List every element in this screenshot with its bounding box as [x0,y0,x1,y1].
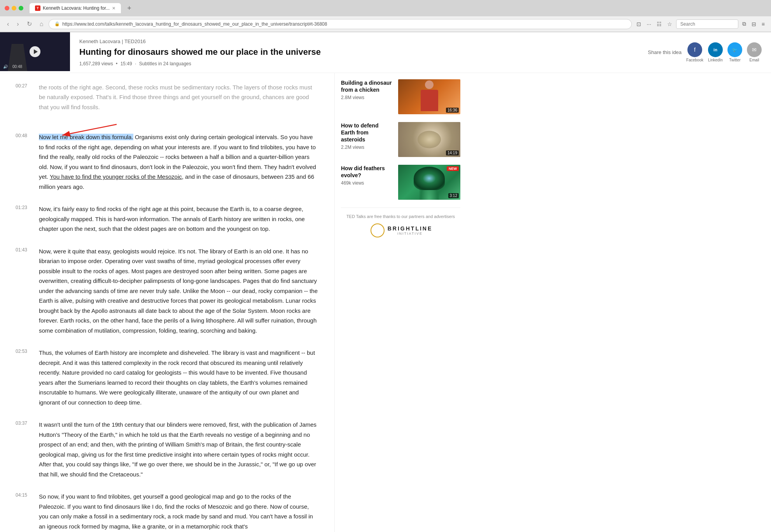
svg-line-1 [62,124,117,135]
card-title-dinosaur: Building a dinosaur from a chicken [341,79,393,93]
timestamp-0123: 01:23 [16,204,31,234]
duration-separator: • [116,61,119,66]
share-twitter-button[interactable]: 🐦 [727,42,742,57]
timestamp-display: 00:48 [12,65,22,69]
sidebar: Building a dinosaur from a chicken 2.8M … [334,73,467,532]
split-view-icon[interactable]: ⊟ [750,19,758,29]
timestamp-empty: 00:27 [16,82,31,120]
fullscreen-dot[interactable] [19,6,23,10]
transcript-paragraph-0415: 04:15 So now, if you want to find trilob… [16,492,319,531]
event-separator: | [122,38,124,44]
video-panel: 🔊 00:48 [0,32,70,71]
share-section: Share this idea f Facebook in LinkedIn 🐦… [638,32,771,73]
tab-overview-icon[interactable]: ⧉ [741,19,748,29]
speaker-name[interactable]: Kenneth Lacovara [79,38,121,44]
active-tab[interactable]: T Kenneth Lacovara: Hunting for... ✕ [30,3,121,13]
transcript-paragraph-top: 00:27 the roots of the right age. Second… [16,82,319,120]
tab-close-button[interactable]: ✕ [112,6,115,11]
forward-button[interactable]: › [14,19,21,29]
share-linkedin-label: LinkedIn [708,58,723,62]
sponsor-logo-area: BRIGHTLINE INITIATIVE [341,223,460,237]
talk-title: Hunting for dinosaurs showed me our plac… [79,47,629,58]
timestamp-0253: 02:53 [16,348,31,407]
tab-favicon: T [35,5,40,11]
paragraph-text-0143: Now, were it quite that easy, geologists… [39,246,319,336]
sponsor-circle-icon [371,223,385,237]
card-new-badge-feathers: NEW [447,166,459,171]
share-email-wrap: ✉ Email [747,42,762,62]
paragraph-text-0337: It wasn't until the turn of the 19th cen… [39,420,319,479]
close-dot[interactable] [5,6,9,10]
card-title-asteroids: How to defend Earth from asteroids [341,122,393,143]
card-views-dinosaur: 2.8M views [341,95,393,100]
toolbar-icons: ⊡ ··· ☷ ☆ ⧉ ⊟ ≡ [635,19,766,29]
card-info-dinosaur: Building a dinosaur from a chicken 2.8M … [341,79,393,114]
card-thumb-dinosaur: 16:36 [398,79,460,114]
share-email-button[interactable]: ✉ [747,42,762,57]
bookmark-icon[interactable]: ☆ [666,19,674,29]
card-info-asteroids: How to defend Earth from asteroids 2.2M … [341,122,393,157]
subtitle-separator: · [135,61,138,66]
share-label: Share this idea [648,49,682,55]
minimize-dot[interactable] [12,6,16,10]
browser-dots [5,6,23,10]
volume-control[interactable]: 🔊 [3,65,8,69]
card-views-feathers: 469k views [341,180,393,186]
tab-title: Kenneth Lacovara: Hunting for... [43,5,110,11]
talk-duration: 15:49 [121,61,132,66]
annotation-arrow [8,120,124,140]
share-twitter-wrap: 🐦 Twitter [727,42,742,62]
card-thumb-asteroids: 14:19 [398,122,460,157]
content-area: 00:27 the roots of the right age. Second… [0,73,771,532]
play-icon [34,49,38,54]
paragraph-text-0253: Thus, the volumes of Earth history are i… [39,348,319,407]
paragraph-text-0048: Now let me break down this formula. Orga… [39,132,319,192]
search-input[interactable] [676,19,738,29]
top-section: 🔊 00:48 Kenneth Lacovara | TED2016 Hunti… [0,32,771,73]
browser-chrome: T Kenneth Lacovara: Hunting for... ✕ + ‹… [0,0,771,32]
talk-meta: Kenneth Lacovara | TED2016 [79,38,629,44]
share-email-label: Email [749,58,759,62]
timestamp-0143: 01:43 [16,246,31,336]
paragraph-text-faded: the roots of the right age. Second, thes… [39,82,319,112]
view-count: 1,657,289 views [79,61,113,66]
card-thumb-feathers: NEW 3:12 [398,165,460,200]
transcript-paragraph-0143: 01:43 Now, were it quite that easy, geol… [16,246,319,336]
play-button[interactable] [30,46,40,57]
sponsor-name: BRIGHTLINE INITIATIVE [388,225,433,235]
browser-titlebar: T Kenneth Lacovara: Hunting for... ✕ + [0,0,771,16]
page-wrapper: 🔊 00:48 Kenneth Lacovara | TED2016 Hunti… [0,32,771,532]
share-facebook-button[interactable]: f [687,42,702,57]
home-button[interactable]: ⌂ [37,19,46,29]
transcript-paragraph-0123: 01:23 Now, it's fairly easy to find rock… [16,204,319,234]
share-linkedin-button[interactable]: in [708,42,723,57]
sponsor-text: TED Talks are free thanks to our partner… [341,214,460,219]
url-text: https://www.ted.com/talks/kenneth_lacova… [62,21,626,27]
back-button[interactable]: ‹ [5,19,11,29]
share-facebook-wrap: f Facebook [686,42,703,62]
url-bar[interactable]: 🔒 https://www.ted.com/talks/kenneth_laco… [49,19,632,29]
subtitle-info: Subtitles in 24 languages [139,61,191,66]
sidebar-card-feathers[interactable]: How did feathers evolve? 469k views NEW … [341,165,460,200]
reload-button[interactable]: ↻ [24,19,34,29]
share-facebook-label: Facebook [686,58,703,62]
transcript-paragraph-0337: 03:37 It wasn't until the turn of the 19… [16,420,319,479]
sidebar-card-dinosaur[interactable]: Building a dinosaur from a chicken 2.8M … [341,79,460,114]
timestamp-0415: 04:15 [16,492,31,531]
transcript-panel: 00:27 the roots of the right age. Second… [0,73,334,532]
new-tab-button[interactable]: + [124,4,135,12]
pocket-icon[interactable]: ☷ [655,19,663,29]
timestamp-0048: 00:48 [16,132,31,192]
card-duration-asteroids: 14:19 [446,150,459,155]
share-twitter-label: Twitter [729,58,740,62]
reading-list-icon[interactable]: ⊡ [635,19,643,29]
sidebar-card-asteroids[interactable]: How to defend Earth from asteroids 2.2M … [341,122,460,157]
paragraph-text-0123: Now, it's fairly easy to find rocks of t… [39,204,319,234]
share-linkedin-wrap: in LinkedIn [708,42,723,62]
talk-stats: 1,657,289 views • 15:49 · Subtitles in 2… [79,61,629,66]
more-options-icon[interactable]: ··· [645,19,653,29]
transcript-paragraph-0048: 00:48 Now let me break down this formula… [16,132,319,192]
menu-icon[interactable]: ≡ [760,19,766,29]
card-info-feathers: How did feathers evolve? 469k views [341,165,393,200]
browser-toolbar: ‹ › ↻ ⌂ 🔒 https://www.ted.com/talks/kenn… [0,16,771,32]
